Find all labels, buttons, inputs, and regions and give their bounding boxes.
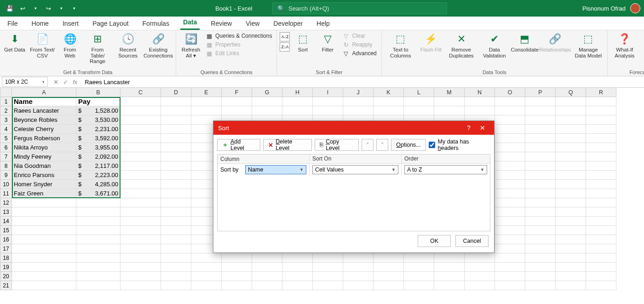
cell-R10[interactable] <box>586 180 616 189</box>
cell-R2[interactable] <box>586 106 616 115</box>
row-header[interactable]: 16 <box>0 235 12 244</box>
cell-J19[interactable] <box>343 263 374 272</box>
cell-F2[interactable] <box>222 106 252 115</box>
cell-N2[interactable] <box>465 106 495 115</box>
refresh-all-button[interactable]: 🔄 Refresh All ▾ <box>179 31 203 59</box>
cell-P5[interactable] <box>525 134 556 143</box>
cancel-formula-icon[interactable]: ✕ <box>53 79 58 86</box>
cell-D15[interactable] <box>161 226 191 235</box>
cell-K2[interactable] <box>374 106 404 115</box>
cell-A1[interactable]: Name <box>12 97 76 106</box>
headers-checkbox[interactable] <box>429 142 435 148</box>
cell-M21[interactable] <box>434 281 465 290</box>
cell-C10[interactable] <box>121 180 161 189</box>
column-header-Q[interactable]: Q <box>556 88 586 97</box>
cell-K21[interactable] <box>374 281 404 290</box>
cell-A10[interactable]: Homer Snyder <box>12 180 76 189</box>
cell-H21[interactable] <box>282 281 313 290</box>
cell-C3[interactable] <box>121 115 161 125</box>
cell-B12[interactable] <box>76 198 121 207</box>
cell-Q11[interactable] <box>556 189 586 198</box>
cell-A11[interactable]: Faiz Green <box>12 189 76 198</box>
row-header[interactable]: 6 <box>0 143 12 152</box>
ok-button[interactable]: OK <box>418 235 451 247</box>
cell-B18[interactable] <box>76 253 121 263</box>
cell-C11[interactable] <box>121 189 161 198</box>
cell-O2[interactable] <box>495 106 525 115</box>
row-header[interactable]: 18 <box>0 253 12 263</box>
cell-N19[interactable] <box>465 263 495 272</box>
cell-N21[interactable] <box>465 281 495 290</box>
cell-H20[interactable] <box>282 272 313 281</box>
column-header-D[interactable]: D <box>161 88 191 97</box>
cell-P20[interactable] <box>525 272 556 281</box>
clear-button[interactable]: ▽Clear <box>342 32 376 40</box>
cell-O10[interactable] <box>495 180 525 189</box>
cell-O19[interactable] <box>495 263 525 272</box>
formula-input[interactable]: Raees Lancaster <box>81 79 644 86</box>
cell-M20[interactable] <box>434 272 465 281</box>
cell-R21[interactable] <box>586 281 616 290</box>
cell-B16[interactable] <box>76 235 121 244</box>
cell-B7[interactable]: $2,092.00 <box>76 152 121 161</box>
cell-Q8[interactable] <box>556 161 586 171</box>
column-header-M[interactable]: M <box>434 88 465 97</box>
cell-E2[interactable] <box>191 106 222 115</box>
edit-links-button[interactable]: ▦Edit Links <box>206 50 272 57</box>
cell-P2[interactable] <box>525 106 556 115</box>
cell-B3[interactable]: $3,530.00 <box>76 115 121 125</box>
qat-customize-icon[interactable]: ▾ <box>70 4 78 12</box>
cell-F1[interactable] <box>222 97 252 106</box>
cell-E1[interactable] <box>191 97 222 106</box>
tab-developer[interactable]: Developer <box>270 18 305 30</box>
cell-R9[interactable] <box>586 171 616 180</box>
cell-A4[interactable]: Celeste Cherry <box>12 125 76 134</box>
cell-R18[interactable] <box>586 253 616 263</box>
cell-B19[interactable] <box>76 263 121 272</box>
cell-F18[interactable] <box>222 253 252 263</box>
cell-D7[interactable] <box>161 152 191 161</box>
cell-P13[interactable] <box>525 207 556 217</box>
row-header[interactable]: 14 <box>0 217 12 226</box>
cell-I1[interactable] <box>313 97 343 106</box>
cell-G21[interactable] <box>252 281 282 290</box>
cell-A13[interactable] <box>12 207 76 217</box>
cell-O11[interactable] <box>495 189 525 198</box>
cell-A16[interactable] <box>12 235 76 244</box>
cell-I19[interactable] <box>313 263 343 272</box>
cell-M1[interactable] <box>434 97 465 106</box>
headers-checkbox-label[interactable]: My data has headers <box>429 138 490 151</box>
cell-P9[interactable] <box>525 171 556 180</box>
cell-A18[interactable] <box>12 253 76 263</box>
cell-Q20[interactable] <box>556 272 586 281</box>
cell-B20[interactable] <box>76 272 121 281</box>
text-to-columns-button[interactable]: ⬚Text to Columns <box>385 31 417 59</box>
cell-I20[interactable] <box>313 272 343 281</box>
tab-home[interactable]: Home <box>29 18 52 30</box>
row-header[interactable]: 21 <box>0 281 12 290</box>
move-down-button[interactable]: ˅ <box>376 139 388 151</box>
tab-review[interactable]: Review <box>208 18 235 30</box>
cell-A19[interactable] <box>12 263 76 272</box>
cell-P18[interactable] <box>525 253 556 263</box>
properties-button[interactable]: ▦Properties <box>206 41 272 48</box>
cell-Q21[interactable] <box>556 281 586 290</box>
cell-O18[interactable] <box>495 253 525 263</box>
cell-B14[interactable] <box>76 217 121 226</box>
cell-O14[interactable] <box>495 217 525 226</box>
cell-B1[interactable]: Pay <box>76 97 121 106</box>
cell-C8[interactable] <box>121 161 161 171</box>
cell-R6[interactable] <box>586 143 616 152</box>
forecast-sheet-button[interactable]: 📈Forecast Sheet <box>640 31 644 59</box>
cell-L20[interactable] <box>404 272 434 281</box>
cell-O16[interactable] <box>495 235 525 244</box>
row-header[interactable]: 11 <box>0 189 12 198</box>
cell-R8[interactable] <box>586 161 616 171</box>
cell-K18[interactable] <box>374 253 404 263</box>
cell-G18[interactable] <box>252 253 282 263</box>
move-up-button[interactable]: ˄ <box>362 139 374 151</box>
cell-O1[interactable] <box>495 97 525 106</box>
sort-desc-button[interactable]: Z↓A <box>280 42 290 52</box>
cell-F21[interactable] <box>222 281 252 290</box>
cell-O8[interactable] <box>495 161 525 171</box>
